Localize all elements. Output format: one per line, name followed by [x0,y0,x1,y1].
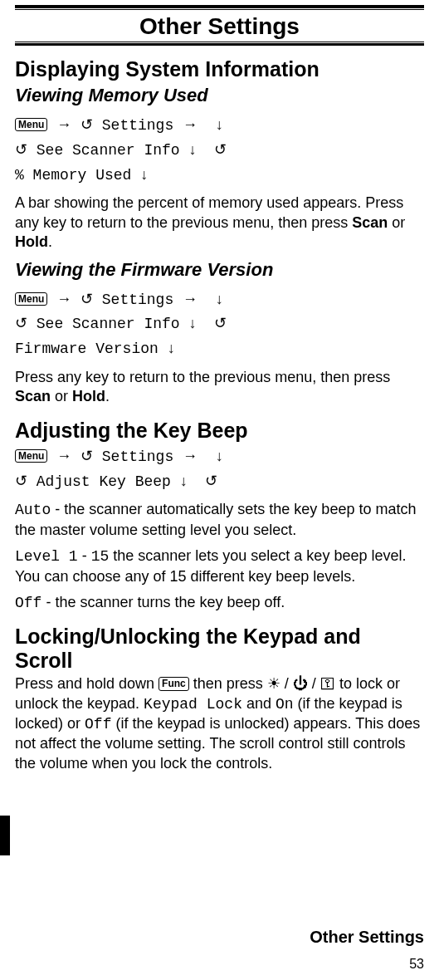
nav-text: Settings [102,448,173,465]
heading-firmware-version: Viewing the Firmware Version [15,259,424,281]
arrow-down-icon: ↓ [168,340,175,356]
menu-key-icon: Menu [15,292,47,306]
scroll-icon: ↺ [15,469,27,493]
body-off: Off - the scanner turns the key beep off… [15,593,424,613]
func-key-icon: Func [159,677,189,690]
scroll-icon: ↺ [80,444,93,468]
nav-text: Firmware Version [15,341,159,357]
nav-keybeep: Menu → ↺ Settings → ↓ ↺ Adjust Key Beep … [15,444,424,494]
scroll-icon: ↺ [80,113,93,137]
arrow-down-icon: ↓ [216,291,223,307]
nav-text: % Memory Used [15,167,131,184]
nav-firmware: Menu → ↺ Settings → ↓ ↺ See Scanner Info… [15,287,424,361]
heading-lock-unlock: Locking/Unlocking the Keypad and Scroll [15,625,424,673]
arrow-right-icon: → [183,291,198,307]
heading-viewing-memory: Viewing Memory Used [15,85,424,106]
nav-memory: Menu → ↺ Settings → ↓ ↺ See Scanner Info… [15,113,424,187]
rule-under-thick [15,43,424,46]
rule-under-thin [15,42,424,42]
light-icon: ☀ [267,675,280,692]
arrow-right-icon: → [56,291,71,307]
arrow-down-icon: ↓ [216,116,223,133]
arrow-down-icon: ↓ [188,315,196,331]
heading-key-beep: Adjusting the Key Beep [15,419,424,443]
power-icon: ⏻ [293,675,308,692]
nav-text: Settings [102,117,173,134]
scroll-icon: ↺ [214,138,227,162]
menu-key-icon: Menu [15,449,47,463]
page-title: Other Settings [15,10,424,42]
arrow-down-icon: ↓ [216,448,223,464]
scroll-icon: ↺ [214,311,227,336]
arrow-down-icon: ↓ [188,141,196,158]
key-icon: ⚿ [320,675,335,692]
body-memory: A bar showing the percent of memory used… [15,194,424,252]
heading-display-system-info: Displaying System Information [15,57,424,81]
arrow-right-icon: → [56,116,71,133]
nav-text: See Scanner Info [37,142,180,159]
scroll-icon: ↺ [15,138,27,162]
arrow-right-icon: → [56,448,71,464]
body-lock: Press and hold down Func then press ☀ / … [15,674,424,773]
arrow-right-icon: → [183,116,198,133]
nav-text: Adjust Key Beep [37,473,171,490]
body-level: Level 1 - 15 the scanner lets you select… [15,546,424,586]
rule-top-thick [15,5,424,8]
arrow-down-icon: ↓ [180,473,188,489]
body-firmware: Press any key to return to the previous … [15,368,424,407]
menu-key-icon: Menu [15,118,47,131]
body-auto: Auto - the scanner automatically sets th… [15,500,424,540]
scroll-icon: ↺ [205,469,217,493]
arrow-down-icon: ↓ [140,166,148,183]
footer-section: Other Settings [310,928,424,947]
page-edge-tab [0,816,10,855]
scroll-icon: ↺ [15,311,27,336]
nav-text: See Scanner Info [37,316,180,332]
arrow-right-icon: → [183,448,198,464]
page-number: 53 [409,957,424,972]
nav-text: Settings [102,292,173,308]
scroll-icon: ↺ [80,287,93,311]
